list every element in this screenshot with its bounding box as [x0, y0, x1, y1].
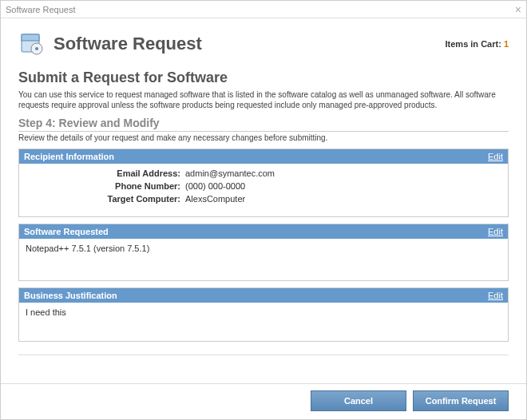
cancel-button[interactable]: Cancel	[311, 390, 406, 411]
panel-recipient-title: Recipient Information	[24, 152, 114, 161]
edit-justification-link[interactable]: Edit	[488, 291, 503, 300]
panel-justification-body: I need this	[19, 303, 508, 322]
confirm-button[interactable]: Confirm Request	[413, 390, 509, 411]
panel-justification-title: Business Justification	[24, 291, 117, 300]
panel-software: Software Requested Edit Notepad++ 7.5.1 …	[18, 224, 509, 281]
email-value: admin@symantec.com	[185, 168, 275, 178]
svg-rect-1	[22, 34, 39, 41]
computer-value: AlexsComputer	[185, 194, 245, 204]
phone-value: (000) 000-0000	[185, 181, 245, 191]
content-area: Software Request Items in Cart: 1 Submit…	[1, 18, 526, 383]
cart-count: 1	[504, 39, 509, 49]
cart-label: Items in Cart:	[446, 39, 501, 49]
header-left: Software Request	[18, 30, 202, 58]
field-phone: Phone Number: (000) 000-0000	[26, 181, 501, 191]
panel-justification-header: Business Justification Edit	[19, 288, 508, 303]
footer: Cancel Confirm Request	[1, 383, 526, 419]
panel-software-body: Notepad++ 7.5.1 (version 7.5.1)	[19, 239, 508, 258]
phone-label: Phone Number:	[26, 181, 185, 191]
computer-label: Target Computer:	[26, 194, 185, 204]
field-email: Email Address: admin@symantec.com	[26, 168, 501, 178]
window-title: Software Request	[6, 5, 75, 14]
page-heading: Submit a Request for Software	[18, 69, 509, 86]
step-description: Review the details of your request and m…	[18, 133, 509, 142]
edit-recipient-link[interactable]: Edit	[488, 152, 503, 161]
dialog-window: Software Request × Software Request Item…	[0, 0, 527, 420]
titlebar: Software Request ×	[1, 1, 526, 18]
panel-recipient-header: Recipient Information Edit	[19, 149, 508, 164]
edit-software-link[interactable]: Edit	[488, 227, 503, 236]
email-label: Email Address:	[26, 168, 185, 178]
cart-info: Items in Cart: 1	[446, 39, 509, 49]
divider	[18, 355, 509, 355]
panel-software-header: Software Requested Edit	[19, 224, 508, 239]
close-icon[interactable]: ×	[515, 3, 521, 16]
panel-recipient: Recipient Information Edit Email Address…	[18, 149, 509, 217]
panel-recipient-body: Email Address: admin@symantec.com Phone …	[19, 164, 508, 212]
step-label: Step 4: Review and Modify	[18, 117, 509, 132]
svg-point-3	[35, 47, 38, 50]
page-description: You can use this service to request mana…	[18, 89, 509, 110]
field-computer: Target Computer: AlexsComputer	[26, 194, 501, 204]
panel-justification: Business Justification Edit I need this	[18, 287, 509, 342]
software-box-icon	[18, 30, 46, 58]
header-row: Software Request Items in Cart: 1	[18, 30, 509, 58]
panel-software-title: Software Requested	[24, 227, 109, 236]
header-title: Software Request	[53, 34, 202, 54]
